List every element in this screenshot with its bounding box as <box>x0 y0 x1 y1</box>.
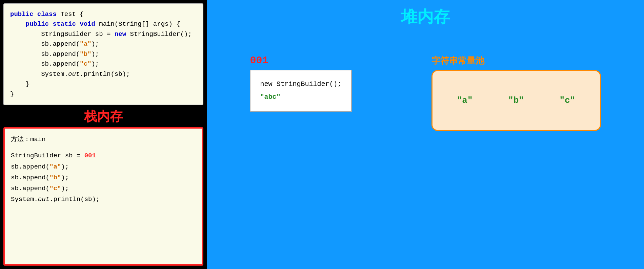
stack-method-label: 方法：main <box>11 134 196 145</box>
code-line-4: sb.append("a"); <box>10 39 197 49</box>
pool-box: "a" "b" "c" <box>431 70 601 131</box>
stack-line-2: sb.append("b"); <box>11 172 196 183</box>
right-panel: 堆内存 001 new StringBuilder(); "abc" 字符串常量… <box>207 0 644 269</box>
object-address: 001 <box>250 55 268 66</box>
code-line-5: sb.append("b"); <box>10 49 197 59</box>
code-line-2: public static void main(String[] args) { <box>10 19 197 29</box>
code-line-1: public class Test { <box>10 9 197 19</box>
stack-var-line: StringBuilder sb = 001 <box>11 150 196 161</box>
object-line2: "abc" <box>260 91 341 104</box>
stack-line-4: System.out.println(sb); <box>11 194 196 205</box>
left-panel: public class Test { public static void m… <box>0 0 207 269</box>
pool-item-b: "b" <box>508 95 524 106</box>
code-line-3: StringBuilder sb = new StringBuilder(); <box>10 29 197 39</box>
code-line-9: } <box>10 89 197 99</box>
heap-content: 001 new StringBuilder(); "abc" 字符串常量池 "a… <box>220 35 630 262</box>
code-line-8: } <box>10 79 197 89</box>
stack-line-1: sb.append("a"); <box>11 161 196 172</box>
object-box: new StringBuilder(); "abc" <box>250 70 351 112</box>
stack-memory-title: 栈内存 <box>3 105 203 127</box>
code-line-6: sb.append("c"); <box>10 59 197 69</box>
heap-title: 堆内存 <box>401 0 450 35</box>
pool-item-a: "a" <box>457 95 473 106</box>
pool-title: 字符串常量池 <box>431 55 484 67</box>
pool-item-c: "c" <box>559 95 575 106</box>
stack-line-3: sb.append("c"); <box>11 183 196 194</box>
code-line-7: System.out.println(sb); <box>10 69 197 79</box>
object-line1: new StringBuilder(); <box>260 78 341 91</box>
code-box: public class Test { public static void m… <box>3 3 203 105</box>
string-pool-container: 字符串常量池 "a" "b" "c" <box>431 55 601 131</box>
stack-box: 方法：main StringBuilder sb = 001 sb.append… <box>3 127 203 266</box>
object-container: 001 new StringBuilder(); "abc" <box>250 55 351 112</box>
